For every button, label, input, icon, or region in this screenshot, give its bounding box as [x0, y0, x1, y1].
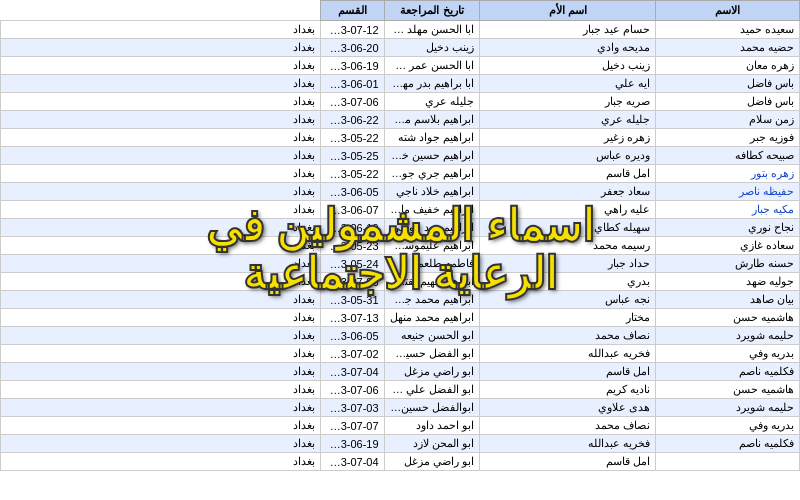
- table-row: باس فاضل: [656, 93, 800, 111]
- table-row: 2023-07-03: [320, 399, 384, 417]
- table-row: ابراهيم جري جودي: [384, 165, 480, 183]
- header-name: الاسم: [656, 1, 800, 21]
- table-row: بغداد: [1, 309, 321, 327]
- table-row: فاطمه طلعمه: [384, 255, 480, 273]
- table-row: بغداد: [1, 39, 321, 57]
- table-row: زهره بتور: [656, 165, 800, 183]
- header-mother: اسم الأم: [480, 1, 656, 21]
- data-table: الاسم اسم الأم تاريخ المراجعة القسم سعيد…: [0, 0, 800, 471]
- table-row: هاشميه حسن: [656, 381, 800, 399]
- table-row: زينب دخيل: [480, 57, 656, 75]
- table-row: ابو احمد داود: [384, 417, 480, 435]
- table-row: جوليه ضهد: [656, 273, 800, 291]
- table-row: بغداد: [1, 129, 321, 147]
- table-wrapper: الاسم اسم الأم تاريخ المراجعة القسم سعيد…: [0, 0, 800, 500]
- table-row: سعاد جعفر: [480, 183, 656, 201]
- table-row: بغداد: [1, 57, 321, 75]
- table-row: مديحه وادي: [480, 39, 656, 57]
- table-row: 2023-06-01: [320, 75, 384, 93]
- table-row: ناديه كريم: [480, 381, 656, 399]
- table-row: 2023-07-06: [320, 381, 384, 399]
- table-row: بغداد: [1, 165, 321, 183]
- table-row: جليله عري: [384, 93, 480, 111]
- table-row: ابو المحن لازد: [384, 435, 480, 453]
- table-row: 2023-05-22: [320, 165, 384, 183]
- table-row: بغداد: [1, 111, 321, 129]
- table-row: 2023-07-12: [320, 21, 384, 39]
- table-row: بغداد: [1, 363, 321, 381]
- table-row: 2023-06-19: [320, 219, 384, 237]
- table-row: بغداد: [1, 183, 321, 201]
- table-row: فخريه عبدالله: [480, 345, 656, 363]
- table-row: بغداد: [1, 291, 321, 309]
- table-row: بغداد: [1, 255, 321, 273]
- table-row: بغداد: [1, 417, 321, 435]
- table-row: 2023-06-05: [320, 183, 384, 201]
- table-row: ابوالفضل حسين كامل: [384, 399, 480, 417]
- table-row: 2023-05-23: [320, 237, 384, 255]
- table-row: حليمه شويرد: [656, 327, 800, 345]
- table-row: نصاف محمد: [480, 327, 656, 345]
- table-row: بيان صاهد: [656, 291, 800, 309]
- table-row: فخريه عبدالله: [480, 435, 656, 453]
- table-row: زمن سلام: [656, 111, 800, 129]
- table-row: 2023-07-07: [320, 417, 384, 435]
- table-row: ابا الحسن مهلد حسان: [384, 21, 480, 39]
- table-row: حليمه شويرد: [656, 399, 800, 417]
- table-row: هاشميه حسن: [656, 309, 800, 327]
- table-row: ابراهيم عبد موسى: [384, 219, 480, 237]
- table-row: ابراهيم خلاد ناجي: [384, 183, 480, 201]
- table-row: 2023-06-19: [320, 57, 384, 75]
- table-row: زهره زغير: [480, 129, 656, 147]
- table-row: 2023-07-04: [320, 363, 384, 381]
- table-row: ابراهيم بلاسم مويح: [384, 111, 480, 129]
- table-row: حسام عيد جبار: [480, 21, 656, 39]
- table-row: مختار: [480, 309, 656, 327]
- table-row: صريه جبار: [480, 93, 656, 111]
- table-row: وديره عباس: [480, 147, 656, 165]
- table-row: 2023-06-07: [320, 201, 384, 219]
- table-row: حضيه محمد: [656, 39, 800, 57]
- table-row: 2023-05-22: [320, 129, 384, 147]
- table-row: زينب دخيل: [384, 39, 480, 57]
- table-row: بدريه وفي: [656, 345, 800, 363]
- table-row: بغداد: [1, 21, 321, 39]
- table-row: ابو الفضل حسين كامل: [384, 345, 480, 363]
- table-row: 2023-07-02: [320, 345, 384, 363]
- table-row: بغداد: [1, 399, 321, 417]
- table-row: ابو الفضل علي سالم: [384, 381, 480, 399]
- table-row: باس فاضل: [656, 75, 800, 93]
- table-row: حفيظه ناصر: [656, 183, 800, 201]
- table-row: ابراهيم خفيف ماضي: [384, 201, 480, 219]
- table-row: جليله عري: [480, 111, 656, 129]
- table-row: ابو راضي مزغل: [384, 453, 480, 471]
- table-row: فكلميه ناصم: [656, 435, 800, 453]
- table-row: ابو راضي مزغل: [384, 363, 480, 381]
- table-row: بدريه وفي: [656, 417, 800, 435]
- table-row: ابراهيم حسين خير الله: [384, 147, 480, 165]
- table-row: عليه راهي: [480, 201, 656, 219]
- table-row: ابراهيم جواد شته: [384, 129, 480, 147]
- table-row: فكلميه ناصم: [656, 363, 800, 381]
- table-row: بدري: [480, 273, 656, 291]
- table-row: بغداد: [1, 327, 321, 345]
- table-row: 2023-05-25: [320, 147, 384, 165]
- table-row: بغداد: [1, 219, 321, 237]
- table-row: سعاده غازي: [656, 237, 800, 255]
- table-row: بغداد: [1, 75, 321, 93]
- table-row: بغداد: [1, 273, 321, 291]
- table-row: صبيحه كطافه: [656, 147, 800, 165]
- table-row: امل قاسم: [480, 363, 656, 381]
- table-row: ايه علي: [480, 75, 656, 93]
- table-row: [656, 453, 800, 471]
- table-row: 2023-07-04: [320, 453, 384, 471]
- table-row: سهيله كطاي: [480, 219, 656, 237]
- table-row: 2023-07-06: [320, 93, 384, 111]
- table-row: امل قاسم: [480, 165, 656, 183]
- table-row: نصاف محمد: [480, 417, 656, 435]
- table-row: بغداد: [1, 345, 321, 363]
- table-row: 2023-06-19: [320, 435, 384, 453]
- table-row: حسنه طارش: [656, 255, 800, 273]
- header-date: تاريخ المراجعة: [384, 1, 480, 21]
- table-row: 2023-05-24: [320, 255, 384, 273]
